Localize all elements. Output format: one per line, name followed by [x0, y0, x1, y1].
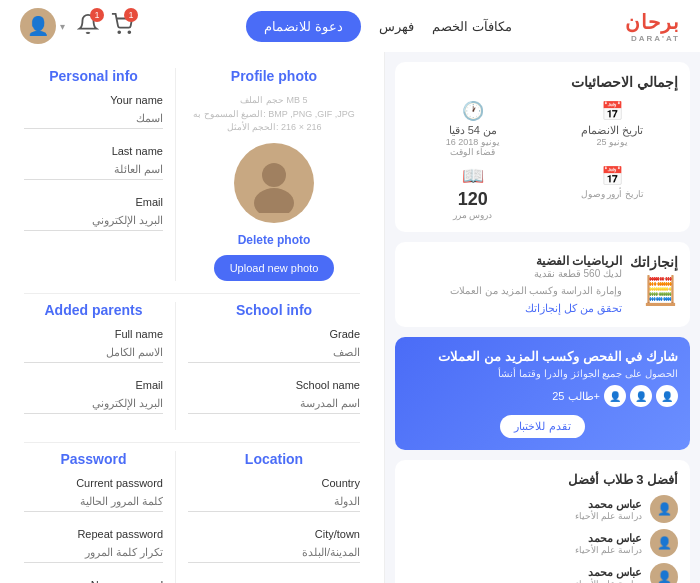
school-info-section: School info Grade School name	[175, 302, 360, 430]
your-name-input[interactable]	[24, 108, 163, 129]
promo-count: طالب 25+	[552, 390, 600, 403]
added-parents-section: Added parents Full name Email	[24, 302, 175, 430]
access-icon: 📅	[547, 165, 679, 187]
achievement-desc2: وإمارة الدراسة وكسب المزيد من العملات	[407, 285, 622, 296]
promo-card: شارك في الفحص وكسب المزيد من العملات الح…	[395, 337, 690, 450]
stat-lessons-value: 120	[407, 189, 539, 210]
achievement-link[interactable]: تحقق من كل إنجازاتك	[407, 302, 622, 315]
achievement-desc1: لديك 560 قطعة نقدية	[407, 268, 622, 279]
top-students-card: أفضل 3 طلاب أفضل عباس محمد دراسة علم الأ…	[395, 460, 690, 583]
your-name-field: Your name	[24, 94, 163, 129]
school-name-field: School name	[188, 379, 360, 414]
chevron-down-icon: ▾	[60, 21, 65, 32]
student-name-3: عباس محمد	[575, 566, 642, 579]
promo-btn[interactable]: تقدم للاختبار	[500, 415, 584, 438]
parent-fullname-field: Full name	[24, 328, 163, 363]
stats-grid: 🕐 من 54 دقيا يونيو 2018 16 قضاء الوقت 📅 …	[407, 100, 678, 220]
current-password-field: Current password	[24, 477, 163, 512]
stat-join-date: تاريخ الانضمام	[547, 124, 679, 137]
parent-email-input[interactable]	[24, 393, 163, 414]
student-name-2: عباس محمد	[575, 532, 642, 545]
notification-btn[interactable]: 1	[77, 13, 99, 39]
student-avatar-2: 👤	[630, 385, 652, 407]
stats-title: إجمالي الاحصائيات	[407, 74, 678, 90]
cart-btn[interactable]: 1	[111, 13, 133, 39]
profile-photo-section: Profile photo 5 MB حجم الملف BMP ,PNG ,G…	[175, 68, 360, 281]
last-name-label: Last name	[24, 145, 163, 157]
your-name-label: Your name	[24, 94, 163, 106]
table-row: عباس محمد دراسة علم الأحياء 👤	[407, 563, 678, 583]
current-password-label: Current password	[24, 477, 163, 489]
promo-title: شارك في الفحص وكسب المزيد من العملات	[407, 349, 678, 364]
achievement-subject: الرياضيات الفضية	[407, 254, 622, 268]
student-info-2: عباس محمد دراسة علم الأحياء	[575, 532, 642, 555]
repeat-password-label: Repeat password	[24, 528, 163, 540]
svg-point-1	[128, 31, 130, 33]
achievement-icon-wrapper: إنجازاتك 🧮	[630, 254, 678, 311]
parent-fullname-input[interactable]	[24, 342, 163, 363]
added-parents-title: Added parents	[24, 302, 163, 318]
grade-input[interactable]	[188, 342, 360, 363]
country-input[interactable]	[188, 491, 360, 512]
city-label: City/town	[188, 528, 360, 540]
cart-badge: 1	[124, 8, 138, 22]
stat-time-sub: قضاء الوقت	[407, 147, 539, 157]
current-password-input[interactable]	[24, 491, 163, 512]
email-field-personal: Email	[24, 196, 163, 231]
school-name-input[interactable]	[188, 393, 360, 414]
stat-join-label: يونيو 25	[547, 137, 679, 147]
stat-join: 📅 تاريخ الانضمام يونيو 25	[547, 100, 679, 157]
password-section: Password Current password Repeat passwor…	[24, 451, 175, 584]
achievement-details: الرياضيات الفضية لديك 560 قطعة نقدية وإم…	[407, 254, 622, 315]
profile-photo-preview	[234, 143, 314, 223]
upload-photo-btn[interactable]: Upload new photo	[214, 255, 335, 281]
student-info-3: عباس محمد دراسة علم الأحياء	[575, 566, 642, 584]
header-center: دعوة للانضمام فهرس مكافآت الخصم	[246, 11, 511, 42]
stat-lessons: 📖 120 دروس مرر	[407, 165, 539, 220]
table-row: عباس محمد دراسة علم الأحياء 👤	[407, 529, 678, 557]
join-btn[interactable]: دعوة للانضمام	[246, 11, 361, 42]
delete-photo-btn[interactable]: Delete photo	[238, 233, 311, 247]
nav-link-fihris[interactable]: فهرس	[379, 19, 414, 34]
student-avatar-1: 👤	[604, 385, 626, 407]
repeat-password-field: Repeat password	[24, 528, 163, 563]
student-name-1: عباس محمد	[575, 498, 642, 511]
main-content: Personal info Your name Last name Email	[0, 52, 700, 583]
email-label: Email	[24, 196, 163, 208]
avatar: 👤	[20, 8, 56, 44]
header: 👤 ▾ 1 1 دعوة للانضمام فهرس مكافآت الخصم …	[0, 0, 700, 52]
table-row: عباس محمد دراسة علم الأحياء 👤	[407, 495, 678, 523]
top-students-title: أفضل 3 طلاب أفضل	[407, 472, 678, 487]
student-avatar-sm-1: 👤	[650, 495, 678, 523]
location-title: Location	[188, 451, 360, 467]
svg-point-0	[118, 31, 120, 33]
calculator-icon: 🧮	[630, 274, 678, 307]
email-input[interactable]	[24, 210, 163, 231]
grade-label: Grade	[188, 328, 360, 340]
password-title: Password	[24, 451, 163, 467]
promo-desc: الحصول على جميع الجوائز والدرا وقتما أنش…	[407, 368, 678, 379]
school-info-title: School info	[188, 302, 360, 318]
photo-info: 5 MB حجم الملف BMP ,PNG ,GIF ,JPG :الصيغ…	[188, 94, 360, 135]
parent-fullname-label: Full name	[24, 328, 163, 340]
last-name-input[interactable]	[24, 159, 163, 180]
repeat-password-input[interactable]	[24, 542, 163, 563]
grade-field: Grade	[188, 328, 360, 363]
nav-link-rewards[interactable]: مكافآت الخصم	[432, 19, 512, 34]
location-section: Location Country City/town Save changes	[175, 451, 360, 584]
country-field: Country	[188, 477, 360, 512]
city-input[interactable]	[188, 542, 360, 563]
school-name-label: School name	[188, 379, 360, 391]
student-avatar-sm-3: 👤	[650, 563, 678, 583]
user-avatar-wrapper[interactable]: 👤 ▾	[20, 8, 65, 44]
new-password-field: New password	[24, 579, 163, 584]
stat-access-label: تاريخ أرور وصول	[547, 189, 679, 199]
stat-time-label: يونيو 2018 16	[407, 137, 539, 147]
student-subject-2: دراسة علم الأحياء	[575, 545, 642, 555]
promo-students: طالب 25+ 👤 👤 👤	[407, 385, 678, 407]
logo: برحان DARA'AT	[625, 10, 680, 43]
student-subject-3: دراسة علم الأحياء	[575, 579, 642, 584]
student-info-1: عباس محمد دراسة علم الأحياء	[575, 498, 642, 521]
personal-info-fields: Your name Last name Email	[24, 94, 163, 231]
calendar-icon: 📅	[547, 100, 679, 122]
